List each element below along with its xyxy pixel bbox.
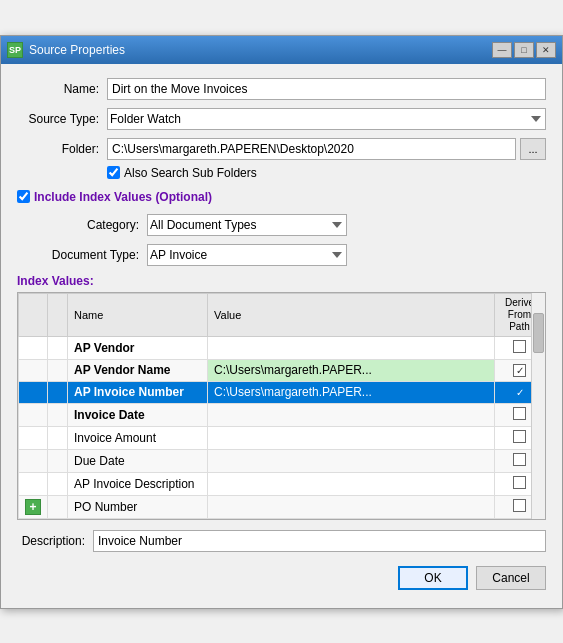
row-value-cell: C:\Users\margareth.PAPER...: [208, 359, 495, 381]
ok-button[interactable]: OK: [398, 566, 468, 590]
folder-input[interactable]: [107, 138, 516, 160]
add-icon: +: [25, 499, 41, 515]
derive-checkbox[interactable]: [513, 386, 526, 399]
source-type-label: Source Type:: [17, 112, 107, 126]
derive-checkbox[interactable]: [513, 430, 526, 443]
name-row: Name:: [17, 78, 546, 100]
name-control: [107, 78, 546, 100]
row-checkbox-cell: [48, 426, 68, 449]
table-row[interactable]: AP Invoice Description: [19, 472, 545, 495]
row-name-cell: Invoice Date: [68, 403, 208, 426]
row-checkbox-cell: [48, 449, 68, 472]
table-row[interactable]: Invoice Date: [19, 403, 545, 426]
row-value-cell: [208, 449, 495, 472]
row-icon-cell: [19, 381, 48, 403]
col-icon: [19, 293, 48, 336]
col-name: Name: [68, 293, 208, 336]
name-label: Name:: [17, 82, 107, 96]
row-name-cell: Invoice Amount: [68, 426, 208, 449]
source-type-select[interactable]: Folder Watch Email Hot Folder: [107, 108, 546, 130]
col-check: [48, 293, 68, 336]
index-table-container: Name Value DeriveFromPath AP VendorAP Ve…: [17, 292, 546, 520]
row-checkbox-cell: [48, 495, 68, 518]
derive-checkbox[interactable]: [513, 476, 526, 489]
title-controls: — □ ✕: [492, 42, 556, 58]
index-table: Name Value DeriveFromPath AP VendorAP Ve…: [18, 293, 545, 519]
row-value-cell: C:\Users\margareth.PAPER...: [208, 381, 495, 403]
description-label: Description:: [17, 534, 93, 548]
table-header: Name Value DeriveFromPath: [19, 293, 545, 336]
table-row[interactable]: Invoice Amount: [19, 426, 545, 449]
table-row[interactable]: AP Vendor: [19, 336, 545, 359]
row-value-cell: [208, 472, 495, 495]
folder-row: Folder: ...: [17, 138, 546, 160]
row-icon-cell: [19, 449, 48, 472]
row-icon-cell: [19, 403, 48, 426]
description-input[interactable]: [93, 530, 546, 552]
source-properties-dialog: SP Source Properties — □ ✕ Name: Source …: [0, 35, 563, 609]
minimize-button[interactable]: —: [492, 42, 512, 58]
doc-type-label: Document Type:: [37, 248, 147, 262]
browse-button[interactable]: ...: [520, 138, 546, 160]
include-checkbox[interactable]: [17, 190, 30, 203]
row-value-cell: [208, 426, 495, 449]
table-row[interactable]: +PO Number: [19, 495, 545, 518]
doc-type-control: AP Invoice AR Invoice Purchase Order: [147, 244, 347, 266]
derive-checkbox[interactable]: [513, 407, 526, 420]
derive-checkbox[interactable]: [513, 453, 526, 466]
scrollbar-thumb: [533, 313, 544, 353]
row-value-cell: [208, 495, 495, 518]
table-scrollbar[interactable]: [531, 293, 545, 519]
row-name-cell: AP Vendor Name: [68, 359, 208, 381]
category-label: Category:: [37, 218, 147, 232]
window-title: Source Properties: [29, 43, 492, 57]
dialog-content: Name: Source Type: Folder Watch Email Ho…: [1, 64, 562, 608]
table-row[interactable]: Due Date: [19, 449, 545, 472]
table-row[interactable]: AP Vendor NameC:\Users\margareth.PAPER..…: [19, 359, 545, 381]
source-type-row: Source Type: Folder Watch Email Hot Fold…: [17, 108, 546, 130]
derive-checkbox[interactable]: [513, 364, 526, 377]
subfolder-text: Also Search Sub Folders: [124, 166, 257, 180]
subfolder-label[interactable]: Also Search Sub Folders: [107, 166, 257, 180]
row-icon-cell: +: [19, 495, 48, 518]
index-title: Index Values:: [17, 274, 546, 288]
button-row: OK Cancel: [17, 566, 546, 594]
row-checkbox-cell: [48, 472, 68, 495]
maximize-button[interactable]: □: [514, 42, 534, 58]
category-row: Category: All Document Types Invoices Co…: [37, 214, 546, 236]
row-name-cell: AP Vendor: [68, 336, 208, 359]
col-value: Value: [208, 293, 495, 336]
row-checkbox-cell: [48, 336, 68, 359]
folder-label: Folder:: [17, 142, 107, 156]
derive-checkbox[interactable]: [513, 340, 526, 353]
description-row: Description:: [17, 530, 546, 552]
include-row: Include Index Values (Optional): [17, 190, 546, 204]
name-input[interactable]: [107, 78, 546, 100]
row-icon-cell: [19, 336, 48, 359]
subfolder-row: Also Search Sub Folders: [107, 166, 546, 180]
category-control: All Document Types Invoices Contracts: [147, 214, 347, 236]
row-name-cell: PO Number: [68, 495, 208, 518]
include-text: Include Index Values (Optional): [34, 190, 212, 204]
cancel-button[interactable]: Cancel: [476, 566, 546, 590]
row-name-cell: AP Invoice Number: [68, 381, 208, 403]
row-icon-cell: [19, 472, 48, 495]
doc-type-select[interactable]: AP Invoice AR Invoice Purchase Order: [147, 244, 347, 266]
title-bar: SP Source Properties — □ ✕: [1, 36, 562, 64]
table-row[interactable]: AP Invoice NumberC:\Users\margareth.PAPE…: [19, 381, 545, 403]
row-checkbox-cell: [48, 359, 68, 381]
include-label[interactable]: Include Index Values (Optional): [17, 190, 212, 204]
category-select[interactable]: All Document Types Invoices Contracts: [147, 214, 347, 236]
source-type-control: Folder Watch Email Hot Folder: [107, 108, 546, 130]
index-section: Index Values: Name Value DeriveFromPath …: [17, 274, 546, 520]
row-name-cell: AP Invoice Description: [68, 472, 208, 495]
row-icon-cell: [19, 426, 48, 449]
close-button[interactable]: ✕: [536, 42, 556, 58]
row-value-cell: [208, 403, 495, 426]
row-name-cell: Due Date: [68, 449, 208, 472]
row-value-cell: [208, 336, 495, 359]
row-icon-cell: [19, 359, 48, 381]
derive-checkbox[interactable]: [513, 499, 526, 512]
subfolder-checkbox[interactable]: [107, 166, 120, 179]
doc-type-row: Document Type: AP Invoice AR Invoice Pur…: [37, 244, 546, 266]
